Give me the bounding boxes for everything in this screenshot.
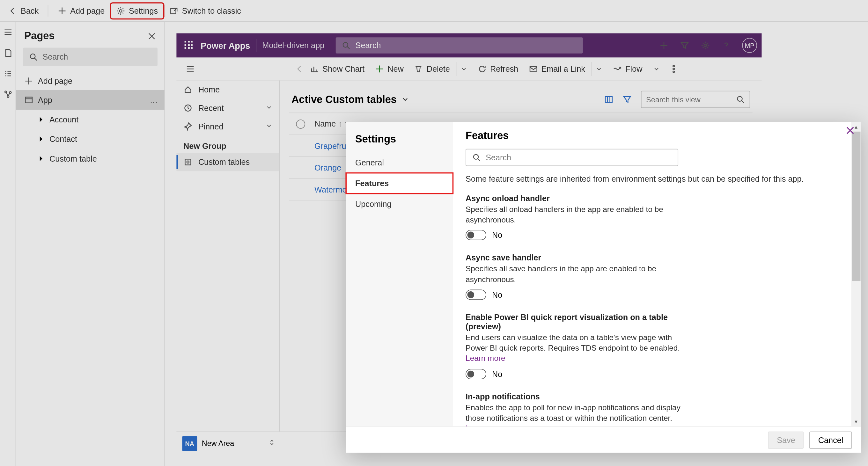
cancel-button[interactable]: Cancel <box>810 431 852 448</box>
refresh-button[interactable]: Refresh <box>473 62 523 75</box>
clock-icon <box>183 103 193 112</box>
email-link-button[interactable]: Email a Link <box>524 62 590 75</box>
svg-point-17 <box>737 96 742 101</box>
add-page-text: Add page <box>38 76 72 86</box>
learn-more-link[interactable]: Learn more <box>466 354 505 363</box>
area-switcher[interactable]: New Area <box>202 439 235 447</box>
svg-point-5 <box>30 54 35 59</box>
settings-nav-upcoming[interactable]: Upcoming <box>346 194 453 214</box>
scrollbar[interactable]: ▴ ▾ <box>851 122 861 426</box>
settings-nav-general[interactable]: General <box>346 152 453 173</box>
left-rail <box>0 22 16 466</box>
select-all[interactable] <box>296 119 305 128</box>
tree-node-account[interactable]: Account <box>16 110 164 129</box>
chevron-right-icon <box>37 115 44 123</box>
tree-node-contact[interactable]: Contact <box>16 129 164 149</box>
nav-pinned[interactable]: Pinned <box>176 117 279 136</box>
gear-icon[interactable] <box>701 41 710 50</box>
tree-label: Custom table <box>50 154 97 163</box>
funnel-icon[interactable] <box>622 95 632 104</box>
edit-columns-icon[interactable] <box>604 95 614 104</box>
settings-nav-features[interactable]: Features <box>346 173 453 194</box>
more-icon[interactable] <box>150 95 159 105</box>
view-search[interactable]: Search this view <box>641 91 750 108</box>
pages-add-page[interactable]: Add page <box>16 72 164 90</box>
delete-split[interactable] <box>456 62 472 75</box>
settings-button[interactable]: Settings <box>112 4 163 18</box>
search-icon <box>342 41 351 50</box>
delete-button[interactable]: Delete <box>409 62 455 75</box>
svg-point-18 <box>473 155 478 159</box>
switch-classic-button[interactable]: Switch to classic <box>165 4 246 18</box>
tree-label: Account <box>50 115 79 124</box>
search-icon <box>29 52 38 62</box>
pages-search[interactable]: Search <box>23 48 158 66</box>
add-page-button[interactable]: Add page <box>53 4 110 18</box>
new-button[interactable]: New <box>370 62 408 75</box>
separator <box>256 39 256 52</box>
scroll-down-icon[interactable]: ▾ <box>851 417 861 427</box>
email-split[interactable] <box>591 62 607 75</box>
scroll-thumb[interactable] <box>852 132 860 281</box>
separator <box>48 5 49 16</box>
tree-label: Contact <box>50 134 77 144</box>
app-search[interactable]: Search <box>336 37 583 53</box>
waffle-button[interactable] <box>181 37 197 53</box>
app-icon <box>24 95 33 105</box>
flow-split[interactable] <box>648 62 664 75</box>
tree-icon[interactable] <box>3 90 12 99</box>
nav-recent[interactable]: Recent <box>176 99 279 117</box>
back-button[interactable]: Back <box>3 4 43 18</box>
svg-rect-9 <box>530 66 537 71</box>
show-chart-button[interactable]: Show Chart <box>305 62 369 75</box>
view-selector[interactable]: Active Custom tables <box>291 93 409 105</box>
settings-content: Features Search Some feature settings ar… <box>453 122 851 426</box>
features-search[interactable]: Search <box>466 149 678 166</box>
tree-app-label: App <box>38 95 52 105</box>
app-subbrand: Model-driven app <box>262 41 324 50</box>
feature-powerbi: Enable Power BI quick report visualizati… <box>466 312 684 379</box>
flow-button[interactable]: Flow <box>608 62 647 75</box>
app-search-placeholder: Search <box>355 41 381 50</box>
svg-point-10 <box>673 65 674 67</box>
switch-label: Switch to classic <box>182 6 241 15</box>
nav-group-label: New Group <box>176 135 279 153</box>
save-button[interactable]: Save <box>768 431 804 448</box>
overflow-icon[interactable] <box>669 64 678 73</box>
settings-modal: Settings General Features Upcoming Featu… <box>346 122 861 453</box>
funnel-icon[interactable] <box>680 41 689 50</box>
svg-point-15 <box>187 161 189 163</box>
tree-node-app[interactable]: App <box>16 90 164 110</box>
toggle-powerbi[interactable] <box>466 368 486 379</box>
plus-icon[interactable] <box>659 41 669 50</box>
hamburger-icon[interactable] <box>180 64 200 73</box>
open-icon <box>169 6 179 15</box>
chevron-right-icon <box>37 155 44 163</box>
updown-icon[interactable] <box>269 439 280 447</box>
close-icon[interactable] <box>845 125 851 138</box>
toggle-async-save[interactable] <box>466 290 486 300</box>
svg-point-7 <box>343 42 348 47</box>
toggle-async-onload[interactable] <box>466 230 486 240</box>
help-icon[interactable] <box>721 41 731 50</box>
svg-rect-16 <box>605 97 612 102</box>
avatar[interactable]: MP <box>742 38 757 53</box>
hamburger-icon[interactable] <box>3 28 12 37</box>
page-icon[interactable] <box>3 48 12 57</box>
nav-home[interactable]: Home <box>176 80 279 99</box>
tree-node-custom[interactable]: Custom table <box>16 149 164 168</box>
settings-content-title: Features <box>466 130 834 142</box>
plus-icon <box>57 6 67 15</box>
pages-tree: App Account Contact Custom table <box>16 90 164 168</box>
nav-custom-tables[interactable]: Custom tables <box>176 153 279 171</box>
arrow-left-icon <box>8 6 17 15</box>
svg-point-8 <box>704 44 707 46</box>
home-icon <box>183 85 193 94</box>
learn-more-link[interactable]: Learn more <box>466 424 505 426</box>
back-icon[interactable] <box>295 64 304 73</box>
back-label: Back <box>21 6 39 15</box>
features-intro: Some feature settings are inherited from… <box>466 174 834 183</box>
close-icon[interactable] <box>147 31 156 40</box>
app-sitemap: Home Recent Pinned New Group Custom tabl… <box>176 80 280 431</box>
list-icon[interactable] <box>3 69 12 78</box>
